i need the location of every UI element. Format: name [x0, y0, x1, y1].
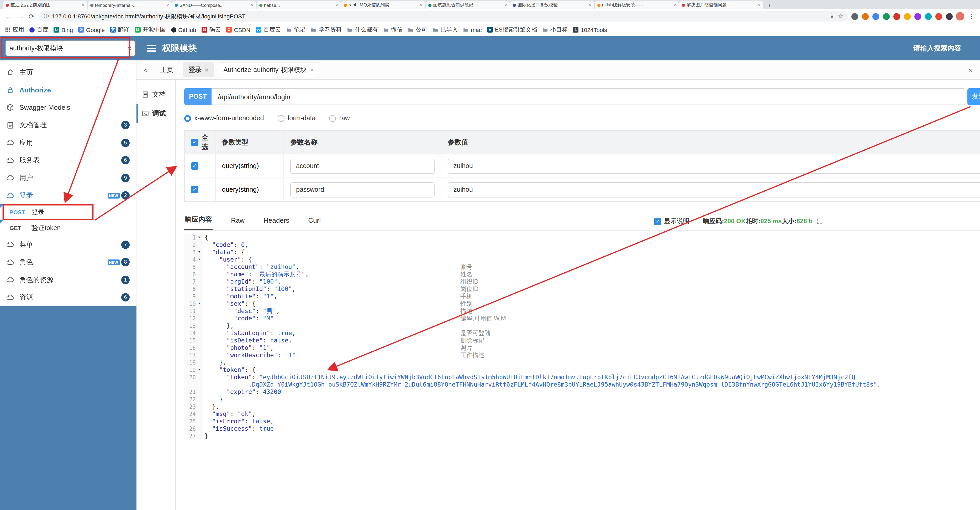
tab-close-icon[interactable]: × [673, 2, 676, 8]
response-tab[interactable]: 响应内容 [184, 211, 213, 230]
back-icon[interactable]: ← [4, 12, 13, 20]
tab-close-icon[interactable]: × [205, 67, 208, 73]
sidebar-item-authorize[interactable]: Authorize [0, 81, 136, 99]
extension-icon[interactable] [883, 13, 890, 20]
bookmark-item[interactable]: GGoogle [78, 27, 105, 33]
browser-tab[interactable]: habse...× [257, 1, 340, 9]
browser-menu-icon[interactable]: ⋮ [967, 12, 976, 20]
bookmark-item[interactable]: 11024Tools [573, 27, 607, 33]
browser-tab[interactable]: 面试题思否知识笔记...× [426, 1, 510, 9]
tabs-scroll-left-icon[interactable]: « [141, 66, 151, 74]
bookmark-item[interactable]: 文翻译 [110, 26, 129, 33]
content-tab-login[interactable]: 登录× [183, 62, 214, 77]
bookmark-item[interactable]: 小目标 [542, 26, 568, 33]
extension-icon[interactable] [925, 13, 932, 20]
extension-icon[interactable] [872, 13, 879, 20]
param-value-input[interactable] [448, 158, 980, 174]
sidebar-item-home[interactable]: 主页 [0, 64, 136, 81]
tab-close-icon[interactable]: × [335, 2, 338, 8]
bookmark-item[interactable]: mac [463, 27, 482, 33]
sidebar-item-doc-manage[interactable]: 文档管理3 [0, 116, 136, 134]
tab-close-icon[interactable]: × [504, 2, 507, 8]
bookmark-item[interactable]: 学习资料 [311, 26, 342, 33]
content-tab-home[interactable]: 主页 [154, 62, 179, 77]
bookmark-item[interactable]: GitHub [171, 27, 196, 33]
extension-icon[interactable] [893, 13, 900, 20]
browser-tab[interactable]: SAND——Compose...× [172, 1, 256, 9]
fold-caret[interactable]: ▾ [197, 249, 202, 256]
fullscreen-icon[interactable] [817, 218, 822, 224]
sidebar-item-login[interactable]: 登录NEW2 [0, 187, 136, 204]
browser-tab[interactable]: rabbitMQ死信队列实...× [341, 1, 425, 9]
omnibox[interactable]: ⓘ 127.0.0.1:8760/api/gate/doc.html#/auth… [39, 11, 848, 22]
sidebar-endpoint-get-verify-token[interactable]: GET验证token [0, 220, 136, 236]
sidebar-item-application[interactable]: 应用5 [0, 134, 136, 151]
param-value-input[interactable] [448, 182, 980, 197]
content-type-raw[interactable]: raw [329, 115, 350, 122]
sidebar-item-user[interactable]: 用户9 [0, 169, 136, 187]
bookmark-item[interactable]: G码云 [202, 26, 221, 33]
bookmark-item[interactable]: 云百度云 [256, 26, 281, 33]
bookmark-star-icon[interactable]: ☆ [838, 13, 843, 20]
bookmark-item[interactable]: 已导入 [433, 26, 458, 33]
extension-icon[interactable] [915, 13, 921, 20]
param-name-input[interactable] [290, 158, 434, 174]
param-checkbox[interactable]: ✓ [191, 186, 199, 193]
browser-tab[interactable]: gitlab破解版安装——...× [595, 1, 679, 9]
response-tab[interactable]: Raw [231, 212, 245, 230]
content-type-form-data[interactable]: form-data [277, 115, 315, 122]
extension-icon[interactable] [946, 13, 953, 20]
extension-icon[interactable] [935, 13, 942, 20]
extension-icon[interactable] [904, 13, 911, 20]
tab-close-icon[interactable]: × [758, 2, 760, 8]
module-select[interactable]: authority-权限模块 [5, 40, 135, 56]
extension-icon[interactable] [862, 13, 869, 20]
bookmark-item[interactable]: CCSDN [226, 27, 250, 33]
response-tab[interactable]: Curl [308, 212, 321, 230]
fold-caret[interactable]: ▾ [197, 300, 202, 307]
bookmark-item[interactable]: 笔记 [286, 26, 305, 33]
profile-avatar[interactable] [956, 12, 964, 21]
nav-doc[interactable]: 文档 [137, 85, 175, 104]
page-info-icon[interactable]: ⓘ [44, 13, 49, 20]
translate-icon[interactable]: 文 [829, 13, 835, 20]
content-tab-authorize-module[interactable]: Authorize-authority-权限模块× [218, 62, 319, 77]
tab-close-icon[interactable]: × [166, 2, 169, 8]
tab-close-icon[interactable]: × [589, 2, 592, 8]
request-url-input[interactable] [212, 88, 965, 105]
send-button[interactable]: 发送 [967, 88, 980, 105]
sidebar-item-role[interactable]: 角色NEW8 [0, 253, 136, 271]
nav-debug[interactable]: 调试 [137, 104, 175, 123]
new-tab-button[interactable]: + [765, 3, 774, 9]
sidebar-item-swagger-models[interactable]: Swagger Models [0, 99, 136, 116]
header-search[interactable]: 请输入搜索内容 [913, 44, 961, 53]
bookmark-item[interactable]: bBing [54, 27, 73, 33]
show-desc-toggle[interactable]: ✓ 显示说明 [654, 217, 689, 226]
sidebar-item-resource[interactable]: 资源6 [0, 288, 136, 306]
sidebar-item-role-resource[interactable]: 角色的资源1 [0, 271, 136, 288]
bookmark-item[interactable]: 百度 [29, 26, 48, 33]
forward-icon[interactable]: → [16, 12, 24, 20]
response-tab[interactable]: Headers [263, 212, 290, 230]
bookmark-item[interactable]: O开源中国 [135, 26, 165, 33]
tab-close-icon[interactable]: × [310, 67, 313, 73]
tabs-scroll-right-icon[interactable]: » [966, 66, 976, 74]
bookmark-item[interactable]: EES搜索引擎文档 [487, 26, 537, 33]
bookmark-item[interactable]: 应用 [5, 26, 24, 33]
select-all-checkbox[interactable]: ✓ [191, 139, 199, 146]
bookmark-item[interactable]: 微信 [383, 26, 402, 33]
param-name-input[interactable] [290, 182, 434, 197]
tab-close-icon[interactable]: × [251, 2, 253, 8]
param-checkbox[interactable]: ✓ [191, 162, 199, 170]
extension-icon[interactable] [851, 13, 858, 20]
browser-tab[interactable]: temporary-Internal-...× [88, 1, 172, 9]
url-text[interactable]: 127.0.0.1:8760/api/gate/doc.html#/author… [52, 12, 826, 20]
fold-caret[interactable]: ▾ [197, 256, 202, 263]
content-type-x-www-form-urlencoded[interactable]: x-www-form-urlencoded [184, 115, 264, 122]
browser-tab[interactable]: 国际化接口参数校验...× [510, 1, 594, 9]
tab-close-icon[interactable]: × [82, 2, 84, 8]
bookmark-item[interactable]: 公司 [408, 26, 427, 33]
tab-close-icon[interactable]: × [420, 2, 423, 8]
fold-caret[interactable]: ▾ [197, 234, 202, 241]
bookmark-item[interactable]: 什么都有 [347, 26, 378, 33]
